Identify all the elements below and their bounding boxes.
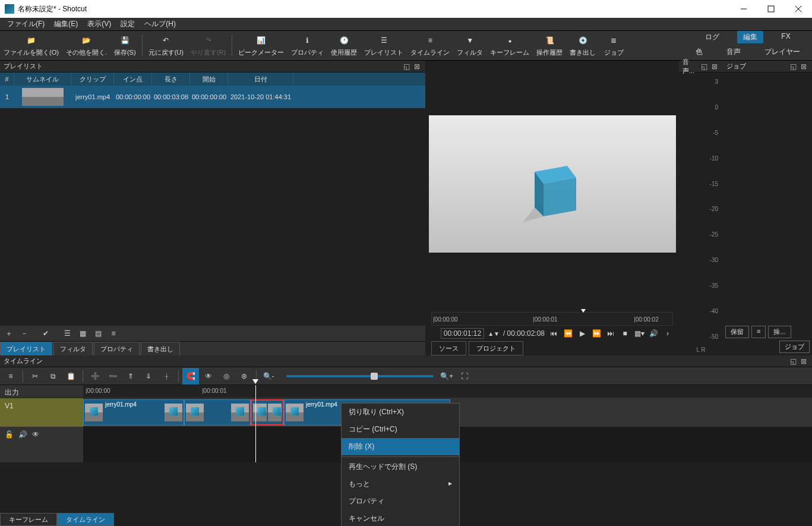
ctx-再生ヘッドで分割 (S)[interactable]: 再生ヘッドで分割 (S) xyxy=(342,458,459,475)
toolbar-playlist[interactable]: ☰プレイリスト xyxy=(361,31,407,60)
ctx-コピー (Ctrl+C)[interactable]: コピー (Ctrl+C) xyxy=(342,421,459,438)
view-menu-icon[interactable]: ≡ xyxy=(107,327,120,340)
ctx-削除 (X)[interactable]: 削除 (X) xyxy=(342,438,459,455)
cut-icon[interactable]: ✂ xyxy=(27,368,43,385)
toolbar-undo[interactable]: ↶元に戻す(U) xyxy=(145,31,187,60)
pl-col-6[interactable]: 日付 xyxy=(228,73,293,86)
pltab-プロパティ[interactable]: プロパティ xyxy=(94,342,140,355)
ctx-切り取り (Ctrl+X)[interactable]: 切り取り (Ctrl+X) xyxy=(342,404,459,421)
stop-icon[interactable]: ■ xyxy=(620,328,630,339)
add-button[interactable]: ＋ xyxy=(2,327,15,340)
ripple-icon[interactable]: ◎ xyxy=(218,368,235,385)
toolbar-filters[interactable]: ▼フィルタ xyxy=(453,31,486,60)
rtab-編集[interactable]: 編集 xyxy=(737,31,763,43)
pl-col-2[interactable]: クリップ xyxy=(71,73,114,86)
zoom-slider[interactable] xyxy=(286,375,434,377)
menu-ファイル(F)[interactable]: ファイル(F) xyxy=(2,19,49,29)
skip-end-icon[interactable]: ⏭ xyxy=(605,328,616,339)
toolbar-export[interactable]: 💿書き出し xyxy=(566,31,599,60)
ctx-プロパティ[interactable]: プロパティ xyxy=(342,493,459,510)
mute-icon[interactable]: 🔊 xyxy=(18,430,27,439)
playlist-row[interactable]: 1 jerry01.mp4 00:00:00:00 00:00:03:08 00… xyxy=(0,86,425,108)
rtab-プレイヤー[interactable]: プレイヤー xyxy=(759,46,806,58)
expand-icon[interactable]: › xyxy=(662,328,673,339)
zoom-out-icon[interactable]: 🔍- xyxy=(260,368,277,385)
timeline-ruler[interactable]: |00:00:00 |00:00:01 xyxy=(83,385,812,398)
menu-ヘルプ(H)[interactable]: ヘルプ(H) xyxy=(140,19,181,29)
paste-icon[interactable]: 📋 xyxy=(62,368,79,385)
remove-button[interactable]: － xyxy=(18,327,31,340)
rtab-ログ[interactable]: ログ xyxy=(699,31,725,43)
current-time[interactable]: 00:00:01:12 xyxy=(441,328,484,339)
jobs-btn-0[interactable]: 保留 xyxy=(725,326,749,338)
split-icon[interactable]: ⟊ xyxy=(158,368,175,385)
rtab-FX[interactable]: FX xyxy=(775,31,796,43)
toolbar-timeline[interactable]: ≡タイムライン xyxy=(407,31,453,60)
maximize-button[interactable] xyxy=(757,0,785,18)
tab-timeline[interactable]: タイムライン xyxy=(57,513,114,526)
view-grid-icon[interactable]: ▦ xyxy=(76,327,89,340)
jobs-btn-3[interactable]: ジョブ xyxy=(779,341,810,353)
tab-keyframes[interactable]: キーフレーム xyxy=(0,513,57,526)
forward-icon[interactable]: ⏩ xyxy=(591,328,602,339)
overwrite-icon[interactable]: ⇓ xyxy=(140,368,157,385)
view-detail-icon[interactable]: ▤ xyxy=(91,327,105,340)
grid-icon[interactable]: ▦▾ xyxy=(634,328,644,339)
preview-playhead[interactable] xyxy=(581,309,586,313)
zoom-in-icon[interactable]: 🔍+ xyxy=(438,368,455,385)
jobs-close-icon[interactable]: ⊠ xyxy=(799,62,808,71)
toolbar-jobs[interactable]: ≣ジョブ xyxy=(599,31,628,60)
audio-undock-icon[interactable]: ◱ xyxy=(699,62,709,71)
toolbar-keyframes[interactable]: ⬥キーフレーム xyxy=(486,31,533,60)
pl-col-5[interactable]: 開始 xyxy=(190,73,228,86)
timeline-undock-icon[interactable]: ◱ xyxy=(788,357,798,366)
menu-設定[interactable]: 設定 xyxy=(116,19,140,29)
menu-編集(E)[interactable]: 編集(E) xyxy=(49,19,83,29)
lock-icon[interactable]: 🔓 xyxy=(5,430,14,439)
pl-col-0[interactable]: # xyxy=(0,73,14,86)
playlist-close-icon[interactable]: ⊠ xyxy=(412,62,422,71)
toolbar-history[interactable]: 📜操作履歴 xyxy=(533,31,566,60)
view-list-icon[interactable]: ☰ xyxy=(61,327,74,340)
audio-close-icon[interactable]: ⊠ xyxy=(710,62,719,71)
snap-icon[interactable]: 🧲 xyxy=(182,368,199,385)
pl-col-3[interactable]: イン点 xyxy=(114,73,152,86)
remove-icon[interactable]: ➖ xyxy=(105,368,121,385)
tl-menu-icon[interactable]: ≡ xyxy=(2,368,19,385)
toolbar-open[interactable]: 📁ファイルを開く(O) xyxy=(0,31,62,60)
toolbar-save[interactable]: 💾保存(S) xyxy=(110,31,140,60)
jobs-btn-2[interactable]: 操... xyxy=(768,326,791,338)
volume-icon[interactable]: 🔊 xyxy=(648,328,659,339)
copy-icon[interactable]: ⧉ xyxy=(45,368,61,385)
timeline-clip[interactable] xyxy=(184,399,251,426)
zoom-fit-icon[interactable]: ⛶ xyxy=(456,368,473,385)
track-header-v1[interactable]: V1 xyxy=(0,398,83,427)
timeline-close-icon[interactable]: ⊠ xyxy=(799,357,808,366)
rtab-音声[interactable]: 音声 xyxy=(721,46,747,58)
preview-ruler[interactable]: |00:00:00 |00:00:01 |00:00:02 xyxy=(431,312,673,326)
pltab-フィルタ[interactable]: フィルタ xyxy=(53,342,93,355)
tab-project[interactable]: プロジェクト xyxy=(469,341,523,355)
pl-col-1[interactable]: サムネイル xyxy=(14,73,71,86)
timeline-playhead[interactable] xyxy=(255,385,256,462)
pltab-プレイリスト[interactable]: プレイリスト xyxy=(0,342,52,355)
close-button[interactable] xyxy=(785,0,812,18)
pl-col-4[interactable]: 長さ xyxy=(152,73,190,86)
toolbar-props[interactable]: ℹプロパティ xyxy=(287,31,327,60)
preview-viewport[interactable] xyxy=(429,115,676,253)
toolbar-redo[interactable]: ↷やり直す(R) xyxy=(187,31,229,60)
append-icon[interactable]: ➕ xyxy=(87,368,103,385)
play-icon[interactable]: ▶ xyxy=(577,328,587,339)
ripple-all-icon[interactable]: ⊛ xyxy=(236,368,252,385)
timeline-clip[interactable]: jerry01.mp4 xyxy=(83,399,184,426)
toolbar-peak[interactable]: 📊ピークメーター xyxy=(235,31,287,60)
hide-icon[interactable]: 👁 xyxy=(32,430,39,439)
jobs-undock-icon[interactable]: ◱ xyxy=(788,62,798,71)
tab-source[interactable]: ソース xyxy=(431,341,466,355)
menu-表示(V)[interactable]: 表示(V) xyxy=(83,19,116,29)
ctx-キャンセル[interactable]: キャンセル xyxy=(342,510,459,526)
jobs-btn-1[interactable]: ≡ xyxy=(751,326,766,338)
playlist-undock-icon[interactable]: ◱ xyxy=(402,62,411,71)
scrub-icon[interactable]: 👁 xyxy=(200,368,217,385)
skip-start-icon[interactable]: ⏮ xyxy=(548,328,559,339)
